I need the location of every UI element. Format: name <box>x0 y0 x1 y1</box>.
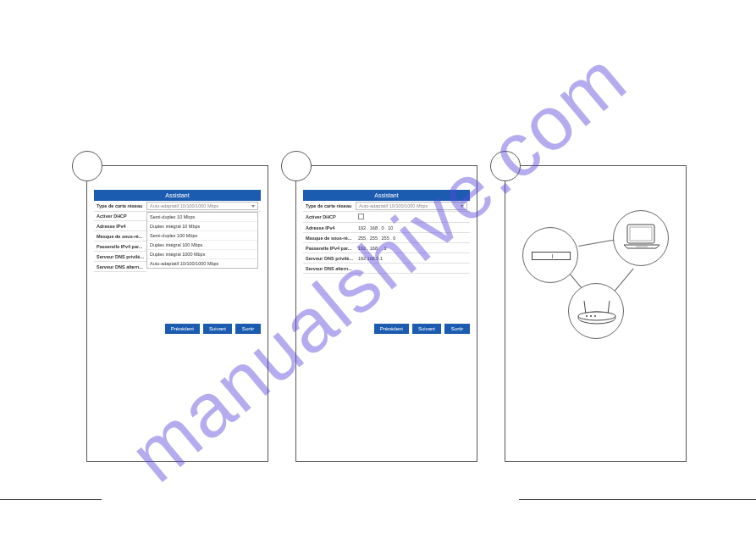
wizard-window-2: Assistant Type de carte réseau Auto-adap… <box>303 190 470 274</box>
select-nic-type[interactable]: Auto-adaptatif 10/100/1000 Mbps <box>356 202 467 210</box>
prev-button[interactable]: Précédent <box>165 324 200 334</box>
svg-point-7 <box>586 315 588 317</box>
next-button[interactable]: Suivant <box>203 324 232 334</box>
row-dhcp: Activer DHCP <box>303 212 470 223</box>
connector-line <box>612 269 633 294</box>
svg-point-8 <box>590 315 592 317</box>
row-dns1: Serveur DNS privilé... 192.168.0.1 <box>303 253 470 264</box>
exit-button[interactable]: Sortir <box>444 324 470 334</box>
laptop-icon <box>613 210 669 266</box>
nvr-icon <box>522 227 578 283</box>
label-gateway: Passerelle IPv4 par... <box>303 244 356 253</box>
svg-point-6 <box>578 312 615 320</box>
value-dns1[interactable]: 192.168.0.1 <box>356 254 470 263</box>
wizard-footer-1: Précédent Suivant Sortir <box>165 324 261 334</box>
dhcp-checkbox[interactable] <box>358 214 364 219</box>
dhcp-checkbox-cell <box>356 212 470 222</box>
step-circle-3 <box>490 151 521 181</box>
panel-step-2: Assistant Type de carte réseau Auto-adap… <box>295 165 477 462</box>
wizard-footer-2: Précédent Suivant Sortir <box>374 324 470 334</box>
row-dns2: Serveur DNS altern... <box>303 264 470 274</box>
label-dhcp: Activer DHCP <box>303 213 356 221</box>
label-dns2: Serveur DNS altern... <box>303 264 356 273</box>
row-ipv4: Adresse IPv4 192 . 168 . 0 . 10 <box>303 223 470 233</box>
row-mask: Masque de sous-ré... 255 . 255 . 255 . 0 <box>303 233 470 243</box>
dropdown-option[interactable]: Duplex intégral 100 Mbps <box>147 241 257 250</box>
svg-point-9 <box>594 315 596 317</box>
value-ipv4[interactable]: 192 . 168 . 0 . 10 <box>356 224 470 232</box>
panels-row: Assistant Type de carte réseau Auto-adap… <box>86 165 687 462</box>
label-dns2: Serveur DNS altern... <box>94 263 146 271</box>
label-dns1: Serveur DNS privilé... <box>94 253 146 261</box>
wizard-title: Assistant <box>94 190 261 201</box>
nic-type-dropdown: Semi-duplex 10 Mbps Duplex intégral 10 M… <box>146 212 258 269</box>
nvr-box-icon <box>532 252 571 260</box>
value-mask[interactable]: 255 . 255 . 255 . 0 <box>356 234 470 242</box>
row-gateway: Passerelle IPv4 par... 192 . 168 . . 1 <box>303 243 470 253</box>
label-ipv4: Adresse IPv4 <box>303 224 356 232</box>
dropdown-option[interactable]: Duplex intégral 1000 Mbps <box>147 250 257 259</box>
dropdown-option[interactable]: Auto-adaptatif 10/100/1000 Mbps <box>147 259 257 268</box>
label-gateway: Passerelle IPv4 par... <box>94 242 146 251</box>
svg-rect-1 <box>630 227 652 241</box>
connector-line <box>578 239 616 247</box>
dropdown-option[interactable]: Semi-duplex 10 Mbps <box>147 213 257 222</box>
label-dns1: Serveur DNS privilé... <box>303 254 356 263</box>
wizard-window-1: Assistant Type de carte réseau Auto-adap… <box>94 190 261 212</box>
step-circle-1 <box>72 151 102 181</box>
select-nic-type[interactable]: Auto-adaptatif 10/100/1000 Mbps <box>146 202 258 210</box>
row-nic-type: Type de carte réseau Auto-adaptatif 10/1… <box>303 201 470 212</box>
next-button[interactable]: Suivant <box>412 324 441 334</box>
network-diagram <box>505 192 686 344</box>
dropdown-option[interactable]: Semi-duplex 100 Mbps <box>147 231 257 241</box>
label-nic-type: Type de carte réseau <box>94 202 146 210</box>
exit-button[interactable]: Sortir <box>235 324 261 334</box>
prev-button[interactable]: Précédent <box>374 324 409 334</box>
label-mask: Masque de sous-ré... <box>303 234 356 242</box>
footer-rule-right <box>519 499 756 500</box>
footer-rule-left <box>0 499 102 500</box>
label-nic-type: Type de carte réseau <box>303 202 356 210</box>
panel-step-1: Assistant Type de carte réseau Auto-adap… <box>86 165 268 462</box>
step-circle-2 <box>281 151 312 181</box>
value-gateway[interactable]: 192 . 168 . . 1 <box>356 244 470 253</box>
dropdown-option[interactable]: Duplex intégral 10 Mbps <box>147 222 257 231</box>
router-icon <box>568 283 624 339</box>
label-mask: Masque de sous-ré... <box>94 232 146 241</box>
label-ipv4: Adresse IPv4 <box>94 222 146 230</box>
panel-step-3 <box>505 165 687 462</box>
label-dhcp: Activer DHCP <box>94 212 146 220</box>
value-dns2[interactable] <box>356 267 470 270</box>
wizard-title: Assistant <box>303 190 470 201</box>
